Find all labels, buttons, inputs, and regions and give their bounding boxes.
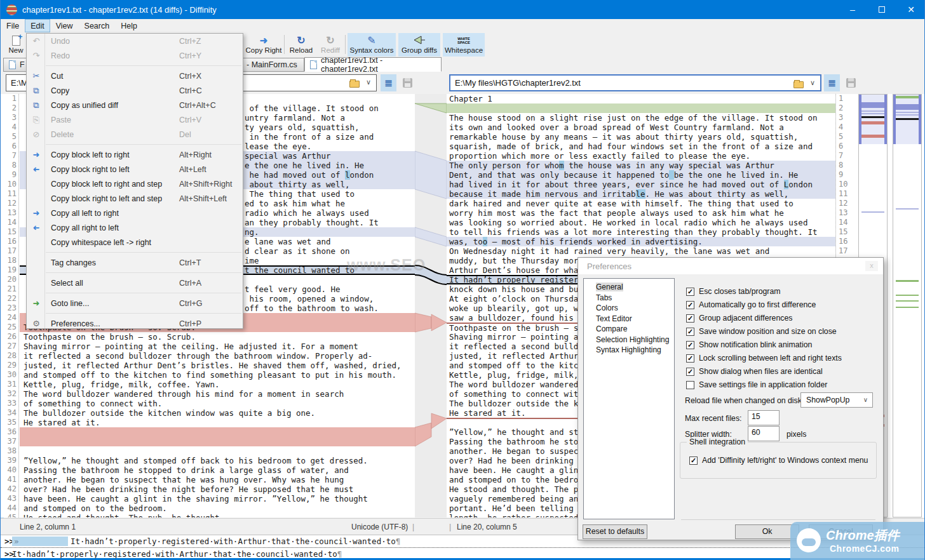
menu-item-copy-all-left-to-right[interactable]: ➜Copy all left to right [27,206,243,220]
diff-line-30[interactable]: and stomped off to the kitchen to find s… [20,370,415,380]
diff-line-9[interactable]: Dent, and that was only because it happe… [447,170,835,180]
reload-button[interactable]: ↻Reload [287,33,316,57]
menu-item-copy-as-unified-diff[interactable]: ⧉Copy as unified diffCtrl+Alt+C [27,98,243,112]
diff-line-32[interactable]: The word bulldozer wandered through his … [20,389,415,399]
menu-file[interactable]: File [1,19,25,32]
splitter-width-input[interactable]: 60 [748,426,780,441]
menu-item-copy-all-right-to-left[interactable]: ➜Copy all right to left [27,220,243,235]
open-folder-icon[interactable] [349,81,360,88]
menu-item-copy-block-right-to-left[interactable]: ➜Copy block right to leftAlt+Left [27,162,243,177]
menu-item-tag-changes[interactable]: Tag changesCtrl+T [27,255,243,270]
diff-line-35[interactable]: He stared at it. [20,418,415,427]
checkbox-show-notification-blink-animation[interactable]: ✓Show notification blink animation [686,340,812,350]
menu-view[interactable]: View [50,19,79,32]
reset-to-defaults-button[interactable]: Reset to defaults [583,524,647,539]
diff-line-37[interactable] [20,437,415,446]
preferences-category-list[interactable]: GeneralTabsColorsText EditorCompareSelec… [583,278,675,519]
diff-line-33[interactable]: of something to connect with. [20,399,415,408]
diff-line-27[interactable]: Shaving mirror – pointing at the ceiling… [20,342,415,351]
diff-line-26[interactable]: Toothpaste on the brush – so. Scrub. [20,332,415,342]
menu-help[interactable]: Help [115,19,143,32]
right-file-path-input[interactable]: E:\My files\HGTG\chapter1rev2.txt ∨ [449,74,821,91]
diff-line-13[interactable]: worry him most was the fact that people … [447,208,835,218]
dialog-title-bar[interactable]: Preferences x [578,258,883,274]
menu-item-preferences-[interactable]: ⚙Preferences...Ctrl+P [27,316,243,331]
tab-chapter1rev[interactable]: chapter1rev1.txt - chapter1rev2.txt [304,57,442,72]
right-file-minimap[interactable] [893,94,922,517]
checkbox-save-settings-file-in-application-folder[interactable]: Save settings file in application folder [686,380,827,390]
menu-item-copy-whitespace-left-right[interactable]: Copy whitespace left -> right [27,235,243,250]
diff-line-34[interactable]: The bulldozer outside the kitchen window… [20,408,415,418]
diff-line-28[interactable]: it reflected a second bulldozer through … [20,351,415,361]
menu-item-copy-block-left-to-right-and-step[interactable]: Copy block left to right and stepAlt+Shi… [27,177,243,191]
category-syntax-highlighting[interactable]: Syntax Highlighting [584,345,674,356]
diff-line-36[interactable] [20,427,415,437]
checkbox-esc-closes-tab-program[interactable]: ✓Esc closes tab/program [686,286,781,297]
right-line-numbers-toggle[interactable]: ≣ [824,74,840,91]
shell-integration-checkbox[interactable]: ✓ Add 'Diffinity left/right' to Windows … [689,455,868,465]
diff-line-8[interactable]: The only person for whom the house was i… [447,161,835,170]
chevron-down-icon[interactable]: ∨ [810,79,815,87]
menu-edit[interactable]: Edit [25,19,50,32]
reload-on-disk-dropdown[interactable]: ShowPopUp ∨ [800,392,873,408]
syntax-colors-button[interactable]: ✎Syntax colors [348,33,396,57]
diff-line-40[interactable]: Passing the bathroom he stopped to drink… [20,465,415,475]
diff-line-10[interactable]: had lived in it for about three years, e… [447,180,835,189]
diff-line-39[interactable]: ”Yellow,” he thought and stomped off bac… [20,456,415,465]
minimize-button[interactable]: – [838,0,867,19]
diff-line-45[interactable]: He stood and thought. The pub, he though… [20,513,415,517]
menu-item-copy-block-right-to-left-and-step[interactable]: Copy block right to left and stepAlt+Shi… [27,191,243,206]
menu-item-goto-line-[interactable]: ➜Goto line...Ctrl+G [27,296,243,310]
diff-line-12[interactable]: dark haired and never quite at ease with… [447,199,835,208]
diff-line-29[interactable]: justed, it reflected Arthur Dent’s brist… [20,361,415,370]
diff-line-2[interactable] [447,103,835,113]
ok-button[interactable]: Ok [735,524,799,539]
diff-line-1[interactable]: Chapter 1 [447,94,835,103]
checkbox-save-window-position-and-size-on-close[interactable]: ✓Save window position and size on close [686,326,837,337]
category-selection-highlighting[interactable]: Selection Highlighting [584,335,674,345]
left-save-button[interactable] [400,74,415,91]
copy-right-button[interactable]: ➜Copy Right [243,33,284,57]
diff-line-5[interactable]: remarkable house by any means – it was a… [447,132,835,142]
checkbox-automatically-go-to-first-difference[interactable]: ✓Automatically go to first difference [686,300,816,310]
diff-line-41[interactable]: another. He began to suspect that he was… [20,475,415,484]
dialog-close-icon[interactable]: x [865,261,878,271]
whitespace-button[interactable]: WHITESPACEWhitespace [443,33,485,57]
diff-line-38[interactable] [20,446,415,456]
group-diffs-button[interactable]: Group diffs [398,33,440,57]
diff-line-3[interactable]: The house stood on a slight rise just on… [447,113,835,123]
new-button[interactable]: +New [3,33,29,57]
menu-item-copy[interactable]: ⧉CopyCtrl+C [27,83,243,98]
menu-item-cut[interactable]: ✂CutCtrl+X [27,69,243,83]
right-save-button[interactable] [843,74,859,91]
diff-line-17[interactable]: On Wednesday night it had rained very he… [447,246,835,256]
diff-line-6[interactable]: squarish, made of brick, and had four wi… [447,142,835,151]
maximize-button[interactable] [867,0,896,19]
menu-item-select-all[interactable]: Select allCtrl+A [27,276,243,290]
rediff-button[interactable]: ↻Rediff [317,33,344,57]
checkbox-show-dialog-when-files-are-identical[interactable]: ✓Show dialog when files are identical [686,366,823,377]
category-general[interactable]: General [584,282,674,293]
diff-line-7[interactable]: proportion which more or less exactly fa… [447,151,835,161]
diff-line-31[interactable]: Kettle, plug, fridge, milk, coffee. Yawn… [20,380,415,389]
diff-line-43[interactable]: have been. He caught a glint in the shav… [20,494,415,503]
close-button[interactable]: ✕ [896,0,925,19]
category-colors[interactable]: Colors [584,303,674,314]
chevron-down-icon[interactable]: ∨ [366,78,371,86]
checkbox-group-adjacent-differences[interactable]: ✓Group adjacent differences [686,313,792,323]
diff-line-42[interactable]: over? Had he been drinking the night bef… [20,484,415,494]
diff-line-16[interactable]: was, too – most of his friends worked in… [447,237,835,246]
diff-line-15[interactable]: to tell his friends was a lot more inter… [447,227,835,237]
checkbox-lock-scrolling-between-left-and-right-texts[interactable]: ✓Lock scrolling between left and right t… [686,353,842,363]
menu-item-copy-block-left-to-right[interactable]: ➜Copy block left to rightAlt+Right [27,147,243,162]
diff-line-44[interactable]: and stomped on to the bedroom. [20,503,415,513]
open-folder-icon[interactable] [793,81,804,88]
left-line-numbers-toggle[interactable]: ≣ [381,74,396,91]
category-compare[interactable]: Compare [584,324,674,335]
menu-search[interactable]: Search [79,19,116,32]
diff-line-4[interactable]: its own and looked over a broad spread o… [447,123,835,132]
category-text-editor[interactable]: Text Editor [584,314,674,324]
max-recent-files-input[interactable]: 15 [748,410,780,425]
diff-line-11[interactable]: because it made him nervous and irritabl… [447,189,835,199]
diff-line-14[interactable]: was looking so worried about. He worked … [447,218,835,227]
